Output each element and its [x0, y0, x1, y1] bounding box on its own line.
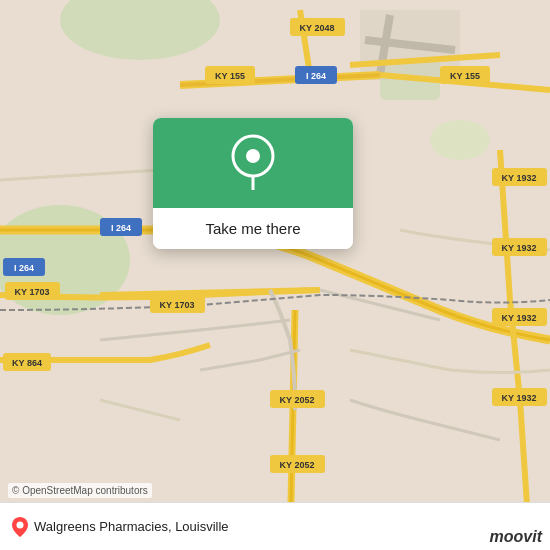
svg-text:KY 2052: KY 2052: [280, 395, 315, 405]
moovit-brand-text: moovit: [490, 528, 542, 546]
svg-text:KY 864: KY 864: [12, 358, 42, 368]
location-info: Walgreens Pharmacies, Louisville: [12, 517, 229, 537]
popup-header: [153, 118, 353, 208]
svg-text:I 264: I 264: [111, 223, 131, 233]
map-attribution: © OpenStreetMap contributors: [8, 483, 152, 498]
svg-text:KY 1932: KY 1932: [502, 393, 537, 403]
svg-text:KY 2052: KY 2052: [280, 460, 315, 470]
moovit-logo: moovit: [490, 528, 542, 546]
svg-text:I 264: I 264: [14, 263, 34, 273]
svg-point-4: [430, 120, 490, 160]
bottom-bar: Walgreens Pharmacies, Louisville moovit: [0, 502, 550, 550]
svg-text:KY 1703: KY 1703: [160, 300, 195, 310]
svg-text:KY 1703: KY 1703: [15, 287, 50, 297]
map-background: KY 2048 I 264 KY 155 KY 155 KY 1703 I 26…: [0, 0, 550, 550]
svg-text:KY 155: KY 155: [215, 71, 245, 81]
map-container: KY 2048 I 264 KY 155 KY 155 KY 1703 I 26…: [0, 0, 550, 550]
popup-card: Take me there: [153, 118, 353, 249]
svg-text:I 264: I 264: [306, 71, 326, 81]
svg-text:KY 1932: KY 1932: [502, 243, 537, 253]
svg-text:KY 1932: KY 1932: [502, 173, 537, 183]
svg-point-41: [17, 521, 24, 528]
svg-text:KY 2048: KY 2048: [300, 23, 335, 33]
svg-text:KY 155: KY 155: [450, 71, 480, 81]
svg-text:KY 1932: KY 1932: [502, 313, 537, 323]
svg-point-39: [246, 149, 260, 163]
moovit-pin-icon: [12, 517, 28, 537]
location-name: Walgreens Pharmacies, Louisville: [34, 519, 229, 534]
take-me-there-button[interactable]: Take me there: [153, 208, 353, 249]
location-pin-icon: [229, 134, 277, 192]
